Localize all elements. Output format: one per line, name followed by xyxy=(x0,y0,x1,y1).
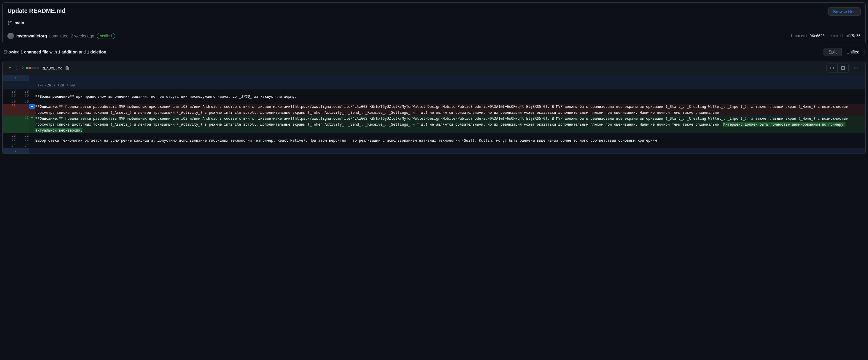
diff-line: 3030 xyxy=(3,100,865,104)
old-line-number[interactable]: 33 xyxy=(3,138,16,143)
parent-sha-link[interactable]: 96c6620 xyxy=(810,34,825,38)
browse-files-button[interactable]: Browse files xyxy=(828,7,861,16)
old-line-number[interactable]: 29 xyxy=(3,93,16,100)
diff-blocks xyxy=(26,67,39,69)
line-marker xyxy=(29,100,35,104)
svg-point-0 xyxy=(854,68,855,68)
line-marker: + xyxy=(29,115,35,133)
hunk-header-row: @@ -28,7 +28,7 @@ xyxy=(3,81,865,89)
svg-point-2 xyxy=(857,68,858,68)
file-changes-count: 2 xyxy=(22,66,24,70)
expand-up-row[interactable]: ⇡ xyxy=(3,75,865,81)
diff-stats-text: Showing 1 changed file with 1 addition a… xyxy=(4,50,107,54)
branch-icon xyxy=(7,21,12,25)
diff-line: 31+**Описание.** Предлагается разработат… xyxy=(3,104,865,115)
commit-ref: commit aff5c36 xyxy=(831,34,861,38)
line-content: **Вознаграждение** при правильном выполн… xyxy=(35,93,865,100)
kebab-menu-button[interactable] xyxy=(851,64,861,72)
view-toggle: Split Unified xyxy=(824,48,864,56)
line-marker xyxy=(29,143,35,148)
file-header-left: 2 README.md xyxy=(7,66,70,71)
line-marker xyxy=(29,133,35,138)
line-content: **Описание.** Предлагается разработать M… xyxy=(35,104,865,115)
file-header-right xyxy=(827,63,861,73)
diff-block-neutral xyxy=(37,67,39,69)
commit-refs: 1 parent 96c6620 commit aff5c36 xyxy=(790,34,861,38)
expand-all-icon[interactable] xyxy=(14,66,19,71)
branch-link[interactable]: main xyxy=(14,21,24,25)
diff-line: 3434 xyxy=(3,143,865,148)
new-line-number[interactable]: 28 xyxy=(16,89,29,93)
diff-table: ⇡ @@ -28,7 +28,7 @@ 28282929**Вознагражд… xyxy=(3,75,865,154)
commit-action: committed xyxy=(49,33,68,38)
new-line-number[interactable]: 34 xyxy=(16,143,29,148)
expand-down-icon: ⇣ xyxy=(14,148,17,153)
line-content xyxy=(35,89,865,93)
diff-block-del xyxy=(29,67,31,69)
svg-point-1 xyxy=(856,68,857,68)
commit-time: 2 weeks ago xyxy=(71,33,94,38)
new-line-number[interactable]: 33 xyxy=(16,138,29,143)
copy-icon[interactable] xyxy=(65,66,70,71)
avatar[interactable] xyxy=(7,33,14,39)
commit-sha: aff5c36 xyxy=(845,34,861,38)
commit-title-row: Update README.md Browse files xyxy=(3,3,865,21)
verified-badge[interactable]: Verified xyxy=(97,33,115,39)
diff-line: 31+**Описание.** Предлагается разработат… xyxy=(3,115,865,133)
old-line-number[interactable]: 30 xyxy=(3,100,16,104)
new-line-number[interactable]: 30 xyxy=(16,100,29,104)
old-line-number[interactable]: 28 xyxy=(3,89,16,93)
source-view-button[interactable] xyxy=(827,63,838,73)
new-line-number[interactable] xyxy=(16,104,29,115)
commit-title: Update README.md xyxy=(7,7,66,14)
line-marker xyxy=(29,89,35,93)
expand-up-icon: ⇡ xyxy=(14,76,17,80)
new-line-number[interactable]: 29 xyxy=(16,93,29,100)
diff-line: 2828 xyxy=(3,89,865,93)
line-content xyxy=(35,143,865,148)
branch-row: main xyxy=(3,21,865,29)
old-line-number[interactable]: 32 xyxy=(3,133,16,138)
hunk-header: @@ -28,7 +28,7 @@ xyxy=(35,81,865,89)
commit-meta-row: mytonwalletorg committed 2 weeks ago Ver… xyxy=(3,29,865,43)
rendered-view-button[interactable] xyxy=(838,63,849,73)
file-name-link[interactable]: README.md xyxy=(41,66,62,71)
file-diff: 2 README.md xyxy=(2,61,866,154)
diff-block-neutral xyxy=(31,67,34,69)
line-content: Выбор стека технологий остаётся на усмот… xyxy=(35,138,865,143)
old-line-number[interactable]: 34 xyxy=(3,143,16,148)
author-link[interactable]: mytonwalletorg xyxy=(16,33,47,38)
new-line-number[interactable]: 31 xyxy=(16,115,29,133)
line-marker xyxy=(29,138,35,143)
diff-line: 3232 xyxy=(3,133,865,138)
diff-block-neutral xyxy=(34,67,36,69)
diff-stats-row: Showing 1 changed file with 1 addition a… xyxy=(2,48,866,56)
line-content xyxy=(35,100,865,104)
line-content: **Описание.** Предлагается разработать M… xyxy=(35,115,865,133)
expand-down-row[interactable]: ⇣ xyxy=(3,148,865,154)
parent-ref: 1 parent 96c6620 xyxy=(790,34,825,38)
diff-line: 2929**Вознаграждение** при правильном вы… xyxy=(3,93,865,100)
old-line-number[interactable] xyxy=(3,115,16,133)
diff-block-add xyxy=(26,67,29,69)
commit-header: Update README.md Browse files main myton… xyxy=(2,2,866,43)
unified-view-button[interactable]: Unified xyxy=(842,48,864,56)
file-header: 2 README.md xyxy=(3,61,865,75)
diff-line: 3333Выбор стека технологий остаётся на у… xyxy=(3,138,865,143)
old-line-number[interactable]: 31 xyxy=(3,104,16,115)
chevron-down-icon[interactable] xyxy=(7,66,12,71)
line-marker: + xyxy=(29,104,35,115)
split-view-button[interactable]: Split xyxy=(824,48,842,56)
author-section: mytonwalletorg committed 2 weeks ago Ver… xyxy=(7,33,115,39)
line-marker xyxy=(29,93,35,100)
new-line-number[interactable]: 32 xyxy=(16,133,29,138)
line-content xyxy=(35,133,865,138)
add-comment-button[interactable]: + xyxy=(29,104,35,109)
